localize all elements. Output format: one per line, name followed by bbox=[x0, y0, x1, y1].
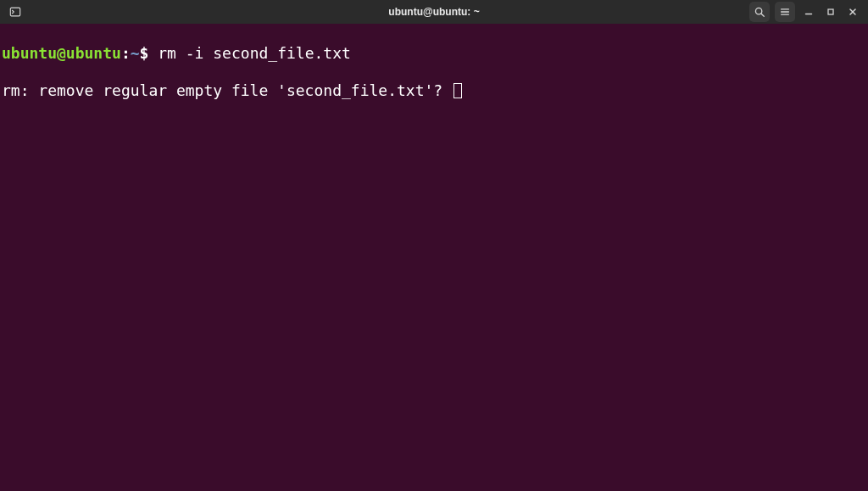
search-button[interactable] bbox=[749, 2, 770, 22]
terminal-viewport[interactable]: ubuntu@ubuntu:~$ rm -i second_file.txt r… bbox=[0, 24, 868, 491]
svg-line-2 bbox=[761, 14, 764, 16]
hamburger-icon bbox=[779, 6, 791, 18]
minimize-icon bbox=[804, 7, 814, 17]
svg-rect-7 bbox=[828, 9, 833, 14]
prompt-line: ubuntu@ubuntu:~$ rm -i second_file.txt bbox=[2, 44, 866, 63]
prompt-colon: : bbox=[121, 44, 131, 62]
close-icon bbox=[848, 7, 858, 17]
output-line: rm: remove regular empty file 'second_fi… bbox=[2, 81, 866, 100]
search-icon bbox=[754, 6, 765, 18]
menu-button[interactable] bbox=[775, 2, 795, 22]
svg-rect-0 bbox=[10, 8, 19, 16]
maximize-icon bbox=[826, 7, 836, 17]
new-tab-button[interactable] bbox=[7, 3, 24, 20]
titlebar-left-controls bbox=[7, 3, 24, 20]
prompt-dollar: $ bbox=[140, 44, 159, 62]
maximize-button[interactable] bbox=[822, 3, 839, 20]
close-button[interactable] bbox=[844, 3, 861, 20]
output-text: rm: remove regular empty file 'second_fi… bbox=[2, 81, 452, 99]
prompt-path: ~ bbox=[131, 44, 140, 62]
command-text: rm -i second_file.txt bbox=[158, 44, 351, 62]
terminal-tab-icon bbox=[9, 6, 21, 18]
window-titlebar: ubuntu@ubuntu: ~ bbox=[0, 0, 868, 24]
cursor-block bbox=[453, 83, 462, 98]
titlebar-right-controls bbox=[749, 2, 861, 22]
minimize-button[interactable] bbox=[800, 3, 817, 20]
prompt-user-host: ubuntu@ubuntu bbox=[2, 44, 121, 62]
window-title: ubuntu@ubuntu: ~ bbox=[0, 6, 868, 18]
